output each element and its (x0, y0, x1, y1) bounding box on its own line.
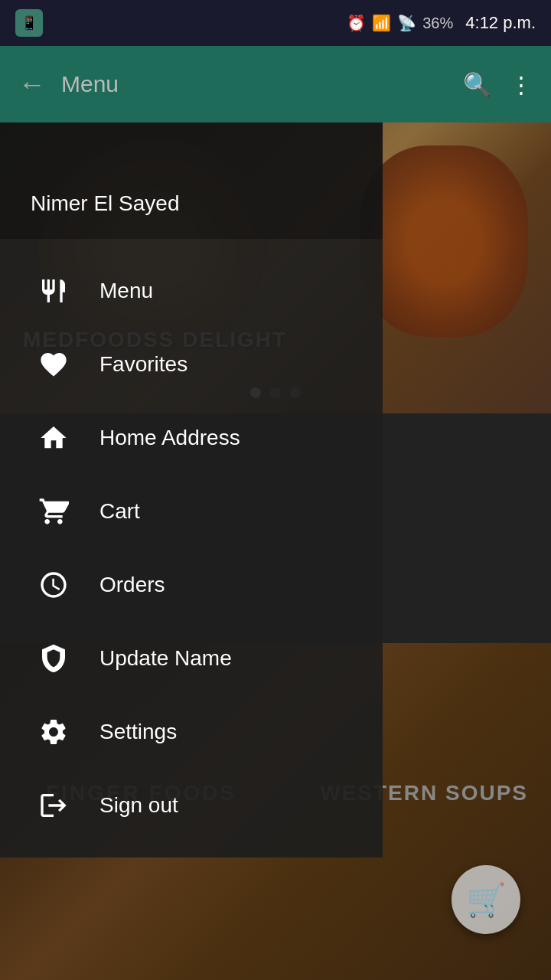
drawer-item-orders[interactable]: Orders (0, 548, 383, 622)
status-bar-left: 📱 (15, 9, 43, 37)
drawer-username: Nimer El Sayed (31, 191, 180, 216)
back-button[interactable]: ← (18, 68, 46, 100)
gear-icon (31, 717, 77, 747)
app-bar-actions: 🔍 ⋮ (463, 71, 533, 98)
wifi-icon: 📶 (372, 14, 391, 32)
cart-fab[interactable]: 🛒 (452, 865, 520, 934)
status-bar-right: ⏰ 📶 📡 36% 4:12 p.m. (347, 13, 536, 33)
alarm-icon: ⏰ (347, 14, 366, 32)
drawer-item-favorites[interactable]: Favorites (0, 328, 383, 401)
drawer-item-sign-out[interactable]: Sign out (0, 769, 383, 842)
home-icon (31, 423, 77, 453)
drawer-item-cart[interactable]: Cart (0, 475, 383, 548)
more-button[interactable]: ⋮ (510, 71, 533, 98)
drawer-item-home-address[interactable]: Home Address (0, 401, 383, 475)
app-icon: 📱 (15, 9, 43, 37)
battery-text: 36% (422, 15, 453, 32)
app-bar-title: Menu (61, 71, 463, 97)
search-button[interactable]: 🔍 (463, 71, 491, 98)
sign-out-label: Sign out (99, 793, 178, 818)
signout-icon (31, 790, 77, 821)
utensils-icon (31, 276, 77, 306)
drawer-item-settings[interactable]: Settings (0, 695, 383, 769)
menu-label: Menu (99, 279, 153, 303)
orders-label: Orders (99, 573, 165, 597)
signal-icon: 📡 (397, 14, 416, 32)
drawer-item-menu[interactable]: Menu (0, 254, 383, 328)
favorites-label: Favorites (99, 352, 187, 377)
drawer-items: Menu Favorites Home Address Cart (0, 239, 383, 858)
status-time: 4:12 p.m. (465, 13, 536, 33)
drawer: Nimer El Sayed Menu Favorites Home Addre… (0, 0, 383, 858)
clock-icon (31, 570, 77, 600)
update-name-label: Update Name (99, 646, 232, 671)
app-bar: ← Menu 🔍 ⋮ (0, 46, 551, 122)
cart-fab-icon: 🛒 (466, 881, 506, 919)
cart-icon (31, 496, 77, 527)
cart-label: Cart (99, 499, 140, 524)
heart-icon (31, 349, 77, 380)
settings-label: Settings (99, 720, 177, 744)
status-bar: 📱 ⏰ 📶 📡 36% 4:12 p.m. (0, 0, 551, 46)
shield-icon (31, 643, 77, 674)
home-address-label: Home Address (99, 426, 240, 450)
drawer-item-update-name[interactable]: Update Name (0, 622, 383, 695)
